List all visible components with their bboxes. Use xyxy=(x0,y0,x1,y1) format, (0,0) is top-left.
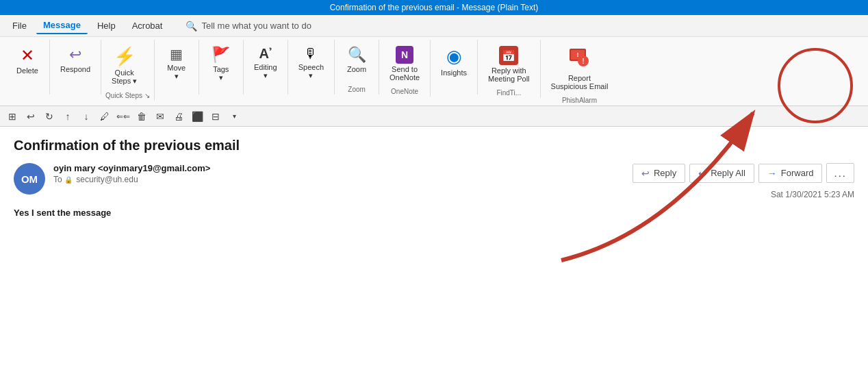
insights-label: Insights xyxy=(441,69,467,77)
tb2-up[interactable]: ↑ xyxy=(60,108,76,125)
editing-icon: Aˀ xyxy=(259,46,272,62)
reply-icon: ↩ xyxy=(641,168,650,179)
tb2-reply-all[interactable]: ⇐⇐ xyxy=(115,108,131,125)
to-label: To xyxy=(53,175,64,184)
email-actions: ↩ Reply ↩ Reply All → Forward ... xyxy=(633,163,854,183)
tb2-mail[interactable]: ✉ xyxy=(152,108,168,125)
phishalarm-footer: PhishAlarm xyxy=(545,94,615,105)
quick-steps-icon: ⚡ xyxy=(114,46,136,67)
sender-name: oyin mary <oyinmary19@gmail.com> xyxy=(53,163,210,173)
to-address: security@uh.edu xyxy=(76,175,138,184)
ribbon-group-editing: Aˀ Editing▾ xyxy=(244,40,288,95)
reply-meeting-icon: 📅 xyxy=(499,46,518,65)
tb2-trash[interactable]: 🗑 xyxy=(133,108,150,125)
zoom-icon: 🔍 xyxy=(348,46,366,64)
report-suspicious-label: ReportSuspicious Email xyxy=(551,74,609,90)
title-bar: Confirmation of the previous email - Mes… xyxy=(0,0,868,15)
ribbon-group-onenote: N Send toOneNote OneNote xyxy=(379,40,431,97)
tb2-dropdown[interactable]: ▾ xyxy=(226,108,242,125)
ribbon-group-tags: 🚩 Tags▾ xyxy=(199,40,244,95)
tb2-more[interactable]: ⊟ xyxy=(207,108,224,125)
svg-text:!: ! xyxy=(583,58,585,65)
forward-button[interactable]: → Forward xyxy=(758,164,823,183)
zoom-label: Zoom xyxy=(347,65,366,73)
avatar: OM xyxy=(14,163,45,195)
onenote-icon: N xyxy=(396,46,413,64)
svg-text:!: ! xyxy=(577,51,579,58)
tb2-print[interactable]: 🖨 xyxy=(170,108,187,125)
reply-meeting-button[interactable]: 📅 Reply withMeeting Poll xyxy=(482,42,536,86)
report-suspicious-icon: ! ! xyxy=(568,46,590,73)
speech-button[interactable]: 🎙 Speech▾ xyxy=(292,42,330,84)
email-body: Yes I sent the message xyxy=(14,208,854,218)
delete-button[interactable]: ✕ Delete xyxy=(10,42,45,78)
email-subject: Confirmation of the previous email xyxy=(14,138,854,153)
tb2-format[interactable]: 🖊 xyxy=(97,108,113,125)
menu-acrobat[interactable]: Acrobat xyxy=(125,18,170,34)
insights-icon: ◉ xyxy=(446,46,462,67)
menu-help[interactable]: Help xyxy=(90,18,123,34)
editing-button[interactable]: Aˀ Editing▾ xyxy=(248,42,283,84)
ribbon: ✕ Delete ↩ Respond ⚡ QuickSteps ▾ Quick … xyxy=(0,37,868,106)
respond-button[interactable]: ↩ Respond xyxy=(54,42,97,77)
send-onenote-button[interactable]: N Send toOneNote xyxy=(383,42,426,85)
reply-meeting-label: Reply withMeeting Poll xyxy=(488,66,530,83)
respond-icon: ↩ xyxy=(69,46,81,64)
menu-file[interactable]: File xyxy=(5,18,34,34)
tb2-down[interactable]: ↓ xyxy=(78,108,94,125)
ribbon-group-move: ▦ Move▾ xyxy=(155,40,199,95)
respond-label: Respond xyxy=(60,65,90,73)
ribbon-group-insights: ◉ Insights xyxy=(431,40,478,95)
delete-label: Delete xyxy=(16,66,38,75)
toolbar2: ⊞ ↩ ↻ ↑ ↓ 🖊 ⇐⇐ 🗑 ✉ 🖨 ⬛ ⊟ ▾ xyxy=(0,106,868,127)
lock-icon: 🔒 xyxy=(64,176,73,184)
ribbon-group-delete: ✕ Delete xyxy=(5,40,50,95)
tags-icon: 🚩 xyxy=(212,46,230,64)
ribbon-group-speech: 🎙 Speech▾ xyxy=(288,40,335,95)
email-area: Confirmation of the previous email OM oy… xyxy=(0,127,868,229)
zoom-button[interactable]: 🔍 Zoom xyxy=(339,42,374,77)
forward-icon: → xyxy=(767,168,777,179)
tags-label: Tags▾ xyxy=(213,65,229,82)
tb2-undo[interactable]: ↩ xyxy=(23,108,39,125)
tb2-app-icon[interactable]: ⊞ xyxy=(4,108,21,125)
sender-area: OM oyin mary <oyinmary19@gmail.com> To 🔒… xyxy=(14,163,210,195)
sender-to: To 🔒 security@uh.edu xyxy=(53,175,210,184)
ribbon-group-zoom: 🔍 Zoom Zoom xyxy=(335,40,379,95)
delete-icon: ✕ xyxy=(21,46,34,65)
menu-search[interactable]: 🔍 Tell me what you want to do xyxy=(186,21,311,32)
ribbon-group-findtime: 📅 Reply withMeeting Poll FindTi... xyxy=(478,40,541,98)
ribbon-group-quicksteps: ⚡ QuickSteps ▾ Quick Steps ↘ xyxy=(101,40,155,101)
editing-label: Editing▾ xyxy=(254,63,277,80)
move-label: Move▾ xyxy=(167,64,186,81)
search-icon: 🔍 xyxy=(186,21,197,32)
move-icon: ▦ xyxy=(170,46,183,62)
tb2-redo[interactable]: ↻ xyxy=(41,108,58,125)
more-label: ... xyxy=(834,167,847,179)
move-button[interactable]: ▦ Move▾ xyxy=(159,42,194,84)
reply-button[interactable]: ↩ Reply xyxy=(633,164,685,183)
ribbon-group-respond: ↩ Respond xyxy=(50,40,101,95)
search-placeholder: Tell me what you want to do xyxy=(201,21,311,31)
sender-details: oyin mary <oyinmary19@gmail.com> To 🔒 se… xyxy=(53,163,210,184)
menu-message[interactable]: Message xyxy=(36,17,88,34)
tb2-calendar[interactable]: ⬛ xyxy=(189,108,205,125)
speech-icon: 🎙 xyxy=(304,46,318,62)
report-suspicious-button[interactable]: ! ! ReportSuspicious Email xyxy=(545,42,615,94)
more-actions-button[interactable]: ... xyxy=(826,163,854,183)
forward-label: Forward xyxy=(781,168,814,178)
email-header: OM oyin mary <oyinmary19@gmail.com> To 🔒… xyxy=(14,163,854,199)
zoom-footer: Zoom xyxy=(339,83,374,95)
insights-button[interactable]: ◉ Insights xyxy=(435,42,473,80)
ribbon-group-phishalarm: ! ! ReportSuspicious Email PhishAlarm xyxy=(541,40,619,105)
speech-label: Speech▾ xyxy=(298,63,324,80)
quick-steps-button[interactable]: ⚡ QuickSteps ▾ xyxy=(105,42,143,89)
quicksteps-footer: Quick Steps ↘ xyxy=(105,89,150,101)
title-text: Confirmation of the previous email - Mes… xyxy=(330,3,539,12)
quick-steps-label: QuickSteps ▾ xyxy=(112,69,137,86)
reply-label: Reply xyxy=(654,168,676,178)
onenote-footer: OneNote xyxy=(383,85,426,97)
email-date: Sat 1/30/2021 5:23 AM xyxy=(771,190,854,199)
tags-button[interactable]: 🚩 Tags▾ xyxy=(203,42,239,86)
reply-all-button[interactable]: ↩ Reply All xyxy=(689,164,754,183)
